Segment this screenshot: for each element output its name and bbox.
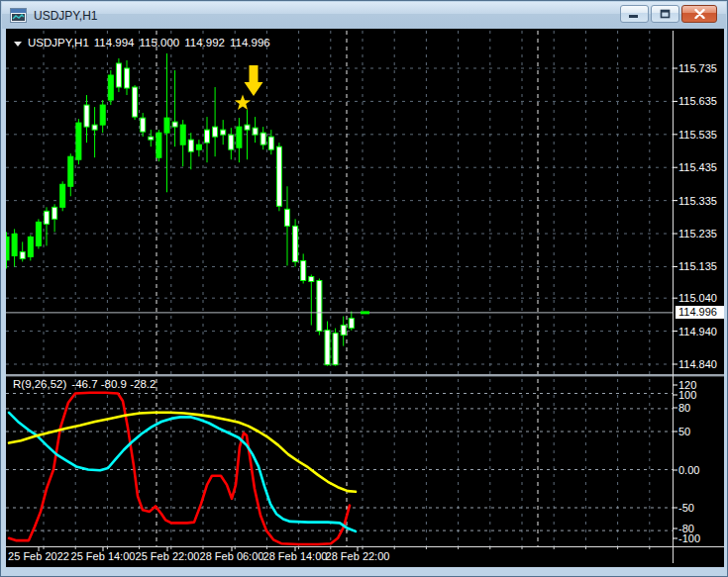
chart-window: 115.735115.635115.535115.435115.335115.2…: [0, 0, 728, 577]
close-icon: [694, 9, 705, 19]
bear-candle: [260, 133, 265, 144]
quote-high: 115.000: [140, 37, 180, 48]
indicator-axis-label: -50: [678, 502, 694, 514]
restore-button[interactable]: [651, 5, 679, 23]
pane-divider[interactable]: [6, 374, 724, 376]
price-axis-label: 115.435: [678, 161, 717, 173]
bear-candle: [221, 130, 226, 135]
indicator-axis-label: 50: [678, 426, 690, 437]
bear-candle: [92, 125, 97, 130]
time-axis-label: 28 Feb 22:00: [326, 550, 390, 562]
time-axis-label: 28 Feb 14:00: [263, 550, 328, 562]
bear-candle: [268, 137, 273, 149]
close-button[interactable]: [681, 5, 717, 23]
indicator-name: R(9,26,52): [13, 378, 66, 390]
price-axis-label: 115.235: [678, 228, 717, 240]
price-axis-label: 115.135: [678, 260, 717, 272]
indicator-axis-label: -100: [678, 532, 700, 544]
bear-candle: [149, 137, 154, 140]
bull-candle: [180, 125, 185, 144]
bull-candle: [108, 75, 113, 100]
price-axis-label: 114.940: [678, 326, 717, 337]
bear-candle: [20, 251, 25, 258]
minimize-button[interactable]: [620, 5, 649, 23]
titlebar[interactable]: USDJPY,H1: [2, 2, 726, 29]
indicator-values: -46.7 -80.9 -28.2: [71, 378, 156, 390]
bull-candle: [28, 237, 33, 256]
bear-candle: [213, 127, 218, 137]
restore-icon: [660, 9, 671, 19]
bear-candle: [276, 146, 281, 206]
time-axis-label: 25 Feb 14:00: [71, 550, 136, 562]
chart-canvas[interactable]: 115.735115.635115.535115.435115.335115.2…: [1, 1, 728, 577]
quote-low: 114.992: [184, 37, 225, 48]
bull-candle: [60, 184, 65, 207]
bear-candle: [205, 130, 210, 143]
time-axis-label: 25 Feb 2022: [8, 550, 69, 562]
time-axis-label: 28 Feb 06:00: [200, 550, 264, 562]
bull-candle: [76, 123, 81, 159]
indicator-axis-label: 0.00: [678, 464, 699, 476]
current-price-tag: 114.996: [676, 306, 724, 319]
price-axis-label: 115.040: [678, 292, 717, 304]
chart-window-icon[interactable]: [10, 8, 27, 23]
bull-candle: [196, 144, 201, 149]
price-axis-label: 115.635: [678, 95, 717, 107]
indicator-axis-label: 100: [678, 389, 696, 401]
quote-close: 114.996: [230, 37, 270, 48]
bull-candle: [100, 105, 105, 125]
bear-candle: [172, 122, 177, 127]
minimize-icon: [629, 10, 640, 19]
price-axis-label: 115.735: [678, 62, 717, 74]
bear-candle: [188, 140, 193, 151]
bull-candle: [68, 156, 73, 186]
indicator-label: R(9,26,52)-46.7 -80.9 -28.2: [13, 378, 156, 390]
bear-candle: [253, 128, 258, 135]
bull-candle: [12, 234, 17, 255]
bear-candle: [293, 226, 298, 261]
time-axis-label: 25 Feb 22:00: [136, 550, 200, 562]
bull-candle: [164, 118, 169, 133]
window-title: USDJPY,H1: [34, 9, 97, 23]
bear-candle: [317, 280, 322, 331]
bear-candle: [309, 276, 314, 281]
bear-candle: [52, 207, 57, 219]
bull-candle: [237, 127, 242, 147]
quote-line: USDJPY,H1114.994115.000114.992114.996: [14, 37, 275, 48]
bear-candle: [141, 118, 146, 132]
bear-candle: [116, 63, 121, 87]
bear-candle: [45, 211, 50, 224]
bear-candle: [301, 260, 306, 280]
bear-candle: [333, 334, 338, 365]
quote-symbol: USDJPY,H1: [28, 37, 89, 48]
bear-candle: [341, 326, 346, 336]
indicator-axis-label: 80: [678, 402, 690, 414]
bear-candle: [84, 105, 89, 127]
quote-open: 114.994: [94, 37, 135, 48]
bear-candle: [229, 135, 234, 149]
price-axis-label: 115.535: [678, 129, 717, 141]
bull-candle: [156, 133, 161, 157]
symbol-dropdown-icon[interactable]: [14, 42, 22, 47]
bear-candle: [349, 319, 354, 329]
bear-candle: [285, 209, 290, 226]
bear-candle: [133, 87, 138, 117]
bull-candle: [4, 237, 9, 259]
bear-candle: [325, 331, 330, 365]
bear-candle: [125, 68, 130, 88]
bear-candle: [245, 125, 250, 130]
price-axis-label: 115.335: [678, 195, 717, 207]
bull-candle: [36, 222, 41, 245]
price-axis-label: 114.840: [678, 358, 717, 370]
